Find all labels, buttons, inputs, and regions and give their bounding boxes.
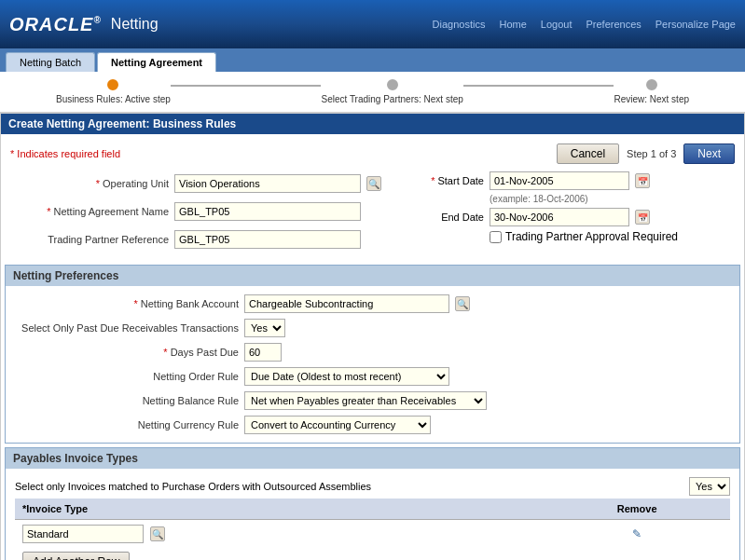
start-date-cal-icon[interactable]: 📅 [635,173,650,188]
progress-area: Business Rules: Active step Select Tradi… [0,72,745,113]
agreement-name-input[interactable] [174,202,361,221]
step-2: Select Trading Partners: Next step [321,79,462,104]
bank-account-input[interactable] [244,294,449,313]
tab-netting-batch[interactable]: Netting Batch [6,52,95,72]
add-row-button[interactable]: Add Another Row [22,552,130,560]
currency-rule-select[interactable]: Convert to Accounting Currency Use Invoi… [244,416,431,434]
form-area: * Indicates required field Cancel Step 1… [1,134,744,261]
table-header: *Invoice Type Remove [15,499,730,520]
add-row-label: Add Another Row [33,555,119,560]
balance-rule-row: Netting Balance Rule Net when Payables g… [15,389,730,413]
trading-partner-label: Trading Partner Reference [20,234,169,245]
agreement-name-label: Netting Agreement Name [20,206,169,217]
step-2-dot [387,79,398,90]
left-form: Operating Unit 🔍 Netting Agreement Name … [20,171,381,252]
step-3-label: Review: Next step [614,94,689,104]
logo-area: ORACLE® Netting [9,14,159,35]
days-past-due-input[interactable] [244,343,282,362]
bank-account-row: Netting Bank Account 🔍 [15,292,730,316]
netting-preferences-title: Netting Preferences [6,266,739,286]
currency-rule-label: Netting Currency Rule [15,419,239,430]
operating-unit-row: Operating Unit 🔍 [20,171,381,196]
progress-wrapper: Business Rules: Active step Select Tradi… [19,79,726,104]
create-section-header: Create Netting Agreement: Business Rules [1,114,744,134]
balance-rule-label: Netting Balance Rule [15,395,239,406]
connector-2 [463,85,614,87]
po-select[interactable]: Yes No [689,477,730,496]
balance-rule-select[interactable]: Net when Payables greater than Receivabl… [244,391,487,410]
remove-cell: ✎ [544,525,730,543]
end-date-label: End Date [400,212,484,223]
end-date-input[interactable] [490,208,629,226]
create-section-title: Create Netting Agreement: Business Rules [8,117,236,130]
past-due-select[interactable]: Yes No [244,319,285,337]
invoice-type-input[interactable] [22,525,144,543]
step-indicator: Step 1 of 3 [627,148,676,159]
invoice-type-cell: 🔍 [15,523,544,545]
payables-section: Payables Invoice Types Select only Invoi… [5,447,740,560]
trading-partner-input[interactable] [174,230,361,249]
operating-unit-label: Operating Unit [20,178,169,189]
step-3-dot [646,79,657,90]
cancel-button[interactable]: Cancel [557,143,619,164]
form-actions: Cancel Step 1 of 3 Next [557,140,735,168]
operating-unit-search-icon[interactable]: 🔍 [366,176,381,191]
header-nav: Diagnostics Home Logout Preferences Pers… [433,19,736,30]
table-row: 🔍 ✎ [15,520,730,548]
main-content: Create Netting Agreement: Business Rules… [0,113,745,560]
invoice-type-table: *Invoice Type Remove 🔍 ✎ [15,499,730,548]
nav-logout[interactable]: Logout [541,19,573,30]
bank-account-label: Netting Bank Account [15,298,239,309]
oracle-logo: ORACLE® [9,14,102,35]
step-2-label: Select Trading Partners: Next step [321,94,462,104]
step-1-dot [107,79,118,90]
approval-row: Trading Partner Approval Required [400,230,678,243]
nav-personalize[interactable]: Personalize Page [655,19,736,30]
order-rule-row: Netting Order Rule Due Date (Oldest to m… [15,364,730,389]
operating-unit-input[interactable] [174,174,361,193]
nav-home[interactable]: Home [499,19,526,30]
netting-preferences-section: Netting Preferences Netting Bank Account… [5,265,740,444]
order-rule-label: Netting Order Rule [15,371,239,382]
app-title: Netting [111,16,159,33]
payables-body: Select only Invoices matched to Purchase… [6,469,739,560]
trading-partner-row: Trading Partner Reference [20,227,381,252]
past-due-row: Select Only Past Due Receivables Transac… [15,316,730,340]
days-past-due-row: Days Past Due [15,340,730,364]
bank-account-search-icon[interactable]: 🔍 [455,296,470,311]
end-date-row: End Date 📅 [400,208,678,226]
tab-netting-agreement[interactable]: Netting Agreement [97,52,216,72]
payables-section-title: Payables Invoice Types [6,448,739,469]
next-button[interactable]: Next [683,143,735,164]
col-remove: Remove [544,501,730,516]
connector-1 [171,85,322,87]
remove-icon[interactable]: ✎ [629,526,644,541]
approval-checkbox[interactable] [490,231,502,243]
nav-preferences[interactable]: Preferences [586,19,641,30]
past-due-label: Select Only Past Due Receivables Transac… [15,322,239,334]
registered-trademark: ® [93,15,101,25]
end-date-cal-icon[interactable]: 📅 [635,210,650,225]
po-row: Select only Invoices matched to Purchase… [15,474,730,499]
col-invoice-type: *Invoice Type [15,501,544,516]
start-date-example: (example: 18-Oct-2006) [400,194,678,204]
invoice-type-search-icon[interactable]: 🔍 [150,526,165,541]
nav-diagnostics[interactable]: Diagnostics [433,19,486,30]
start-date-row: Start Date 📅 [400,171,678,190]
header: ORACLE® Netting Diagnostics Home Logout … [0,0,745,48]
start-date-input[interactable] [490,171,629,190]
right-form: Start Date 📅 (example: 18-Oct-2006) End … [400,171,678,252]
netting-preferences-body: Netting Bank Account 🔍 Select Only Past … [6,286,739,443]
step-1: Business Rules: Active step [56,79,171,104]
required-note: * Indicates required field [10,145,120,162]
step-3: Review: Next step [614,79,689,104]
tab-bar: Netting Batch Netting Agreement [0,48,745,72]
step-1-label: Business Rules: Active step [56,94,171,104]
top-form-rows: Operating Unit 🔍 Netting Agreement Name … [10,168,735,255]
start-date-label: Start Date [400,175,484,186]
currency-rule-row: Netting Currency Rule Convert to Account… [15,413,730,437]
approval-label: Trading Partner Approval Required [505,230,678,243]
po-label: Select only Invoices matched to Purchase… [15,481,683,492]
days-past-due-label: Days Past Due [15,347,239,358]
order-rule-select[interactable]: Due Date (Oldest to most recent) Due Dat… [244,367,449,386]
